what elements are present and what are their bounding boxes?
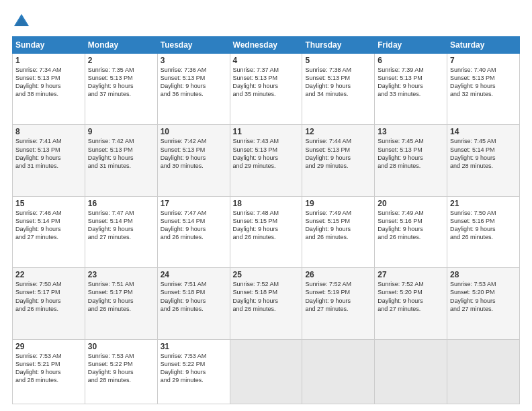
calendar-day-cell: 4Sunrise: 7:37 AM Sunset: 5:13 PM Daylig… (230, 54, 302, 125)
weekday-header: Friday (375, 37, 447, 54)
logo-icon (12, 12, 31, 31)
day-info: Sunrise: 7:42 AM Sunset: 5:13 PM Dayligh… (88, 137, 154, 170)
day-number: 12 (305, 127, 371, 136)
page: SundayMondayTuesdayWednesdayThursdayFrid… (0, 0, 532, 411)
calendar-day-cell: 21Sunrise: 7:50 AM Sunset: 5:16 PM Dayli… (447, 196, 520, 267)
calendar-day-cell: 27Sunrise: 7:52 AM Sunset: 5:20 PM Dayli… (375, 268, 447, 339)
calendar-day-cell: 28Sunrise: 7:53 AM Sunset: 5:20 PM Dayli… (447, 268, 520, 339)
day-number: 14 (450, 127, 517, 136)
day-number: 19 (305, 199, 371, 208)
day-info: Sunrise: 7:51 AM Sunset: 5:18 PM Dayligh… (161, 280, 227, 313)
calendar-day-cell: 12Sunrise: 7:44 AM Sunset: 5:13 PM Dayli… (302, 125, 375, 196)
day-number: 1 (15, 56, 82, 65)
calendar-week-row: 29Sunrise: 7:53 AM Sunset: 5:21 PM Dayli… (13, 339, 520, 404)
day-number: 17 (161, 199, 227, 208)
day-info: Sunrise: 7:40 AM Sunset: 5:13 PM Dayligh… (450, 66, 517, 99)
day-number: 25 (233, 270, 300, 279)
day-info: Sunrise: 7:53 AM Sunset: 5:22 PM Dayligh… (161, 352, 227, 385)
day-number: 30 (88, 342, 154, 351)
day-number: 28 (450, 270, 517, 279)
day-info: Sunrise: 7:47 AM Sunset: 5:14 PM Dayligh… (88, 209, 154, 242)
calendar-day-cell: 30Sunrise: 7:53 AM Sunset: 5:22 PM Dayli… (85, 339, 157, 404)
day-number: 23 (88, 270, 154, 279)
logo (12, 12, 34, 31)
calendar-day-cell: 26Sunrise: 7:52 AM Sunset: 5:19 PM Dayli… (302, 268, 375, 339)
day-number: 21 (450, 199, 517, 208)
calendar-day-cell: 29Sunrise: 7:53 AM Sunset: 5:21 PM Dayli… (13, 339, 85, 404)
weekday-header: Thursday (302, 37, 375, 54)
calendar-day-cell: 9Sunrise: 7:42 AM Sunset: 5:13 PM Daylig… (85, 125, 157, 196)
calendar-day-cell: 14Sunrise: 7:45 AM Sunset: 5:14 PM Dayli… (447, 125, 520, 196)
day-info: Sunrise: 7:44 AM Sunset: 5:13 PM Dayligh… (305, 137, 371, 170)
day-number: 11 (233, 127, 300, 136)
calendar-week-row: 15Sunrise: 7:46 AM Sunset: 5:14 PM Dayli… (13, 196, 520, 267)
day-info: Sunrise: 7:53 AM Sunset: 5:21 PM Dayligh… (15, 352, 82, 385)
day-info: Sunrise: 7:47 AM Sunset: 5:14 PM Dayligh… (161, 209, 227, 242)
day-info: Sunrise: 7:46 AM Sunset: 5:14 PM Dayligh… (15, 209, 82, 242)
day-info: Sunrise: 7:45 AM Sunset: 5:14 PM Dayligh… (450, 137, 517, 170)
day-info: Sunrise: 7:52 AM Sunset: 5:19 PM Dayligh… (305, 280, 371, 313)
weekday-header: Sunday (13, 37, 85, 54)
calendar-day-cell: 8Sunrise: 7:41 AM Sunset: 5:13 PM Daylig… (13, 125, 85, 196)
day-number: 4 (233, 56, 300, 65)
day-info: Sunrise: 7:39 AM Sunset: 5:13 PM Dayligh… (378, 66, 444, 99)
day-number: 20 (378, 199, 444, 208)
calendar-day-cell: 6Sunrise: 7:39 AM Sunset: 5:13 PM Daylig… (375, 54, 447, 125)
day-number: 10 (161, 127, 227, 136)
day-info: Sunrise: 7:49 AM Sunset: 5:16 PM Dayligh… (378, 209, 444, 242)
weekday-header: Saturday (447, 37, 520, 54)
day-info: Sunrise: 7:34 AM Sunset: 5:13 PM Dayligh… (15, 66, 82, 99)
day-info: Sunrise: 7:51 AM Sunset: 5:17 PM Dayligh… (88, 280, 154, 313)
day-number: 26 (305, 270, 371, 279)
day-info: Sunrise: 7:53 AM Sunset: 5:22 PM Dayligh… (88, 352, 154, 385)
calendar-week-row: 22Sunrise: 7:50 AM Sunset: 5:17 PM Dayli… (13, 268, 520, 339)
calendar-day-cell: 5Sunrise: 7:38 AM Sunset: 5:13 PM Daylig… (302, 54, 375, 125)
calendar-day-cell: 10Sunrise: 7:42 AM Sunset: 5:13 PM Dayli… (157, 125, 230, 196)
day-info: Sunrise: 7:49 AM Sunset: 5:15 PM Dayligh… (305, 209, 371, 242)
day-number: 18 (233, 199, 300, 208)
calendar-day-cell: 1Sunrise: 7:34 AM Sunset: 5:13 PM Daylig… (13, 54, 85, 125)
day-info: Sunrise: 7:52 AM Sunset: 5:20 PM Dayligh… (378, 280, 444, 313)
day-info: Sunrise: 7:41 AM Sunset: 5:13 PM Dayligh… (15, 137, 82, 170)
calendar-day-cell: 18Sunrise: 7:48 AM Sunset: 5:15 PM Dayli… (230, 196, 302, 267)
day-number: 8 (15, 127, 82, 136)
calendar-day-cell: 15Sunrise: 7:46 AM Sunset: 5:14 PM Dayli… (13, 196, 85, 267)
day-info: Sunrise: 7:42 AM Sunset: 5:13 PM Dayligh… (161, 137, 227, 170)
day-number: 9 (88, 127, 154, 136)
day-number: 31 (161, 342, 227, 351)
day-number: 22 (15, 270, 82, 279)
day-number: 5 (305, 56, 371, 65)
calendar-day-cell: 3Sunrise: 7:36 AM Sunset: 5:13 PM Daylig… (157, 54, 230, 125)
day-number: 27 (378, 270, 444, 279)
day-info: Sunrise: 7:36 AM Sunset: 5:13 PM Dayligh… (161, 66, 227, 99)
calendar-day-cell: 23Sunrise: 7:51 AM Sunset: 5:17 PM Dayli… (85, 268, 157, 339)
header (12, 12, 520, 31)
day-info: Sunrise: 7:45 AM Sunset: 5:13 PM Dayligh… (378, 137, 444, 170)
calendar-day-cell (447, 339, 520, 404)
weekday-header: Monday (85, 37, 157, 54)
day-info: Sunrise: 7:37 AM Sunset: 5:13 PM Dayligh… (233, 66, 300, 99)
day-info: Sunrise: 7:50 AM Sunset: 5:17 PM Dayligh… (15, 280, 82, 313)
day-number: 24 (161, 270, 227, 279)
calendar-day-cell (230, 339, 302, 404)
calendar-day-cell: 25Sunrise: 7:52 AM Sunset: 5:18 PM Dayli… (230, 268, 302, 339)
day-info: Sunrise: 7:35 AM Sunset: 5:13 PM Dayligh… (88, 66, 154, 99)
day-number: 2 (88, 56, 154, 65)
calendar-week-row: 1Sunrise: 7:34 AM Sunset: 5:13 PM Daylig… (13, 54, 520, 125)
day-info: Sunrise: 7:38 AM Sunset: 5:13 PM Dayligh… (305, 66, 371, 99)
header-row: SundayMondayTuesdayWednesdayThursdayFrid… (13, 37, 520, 54)
calendar-day-cell: 24Sunrise: 7:51 AM Sunset: 5:18 PM Dayli… (157, 268, 230, 339)
weekday-header: Wednesday (230, 37, 302, 54)
calendar-table: SundayMondayTuesdayWednesdayThursdayFrid… (12, 36, 520, 404)
calendar-day-cell: 17Sunrise: 7:47 AM Sunset: 5:14 PM Dayli… (157, 196, 230, 267)
calendar-day-cell: 2Sunrise: 7:35 AM Sunset: 5:13 PM Daylig… (85, 54, 157, 125)
calendar-day-cell: 31Sunrise: 7:53 AM Sunset: 5:22 PM Dayli… (157, 339, 230, 404)
calendar-day-cell: 16Sunrise: 7:47 AM Sunset: 5:14 PM Dayli… (85, 196, 157, 267)
calendar-day-cell (375, 339, 447, 404)
day-info: Sunrise: 7:48 AM Sunset: 5:15 PM Dayligh… (233, 209, 300, 242)
calendar-day-cell: 19Sunrise: 7:49 AM Sunset: 5:15 PM Dayli… (302, 196, 375, 267)
calendar-week-row: 8Sunrise: 7:41 AM Sunset: 5:13 PM Daylig… (13, 125, 520, 196)
day-number: 6 (378, 56, 444, 65)
day-info: Sunrise: 7:53 AM Sunset: 5:20 PM Dayligh… (450, 280, 517, 313)
day-number: 15 (15, 199, 82, 208)
